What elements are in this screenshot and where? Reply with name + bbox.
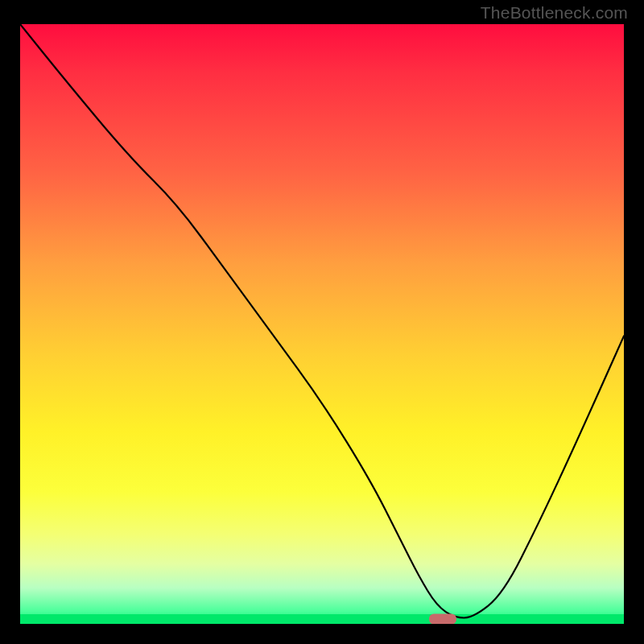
chart-overlay [20, 24, 624, 624]
watermark-text: TheBottleneck.com [481, 3, 628, 23]
bottleneck-curve [20, 24, 624, 618]
optimal-marker [429, 614, 456, 625]
chart-frame: TheBottleneck.com [0, 0, 644, 644]
plot-area [20, 24, 624, 624]
